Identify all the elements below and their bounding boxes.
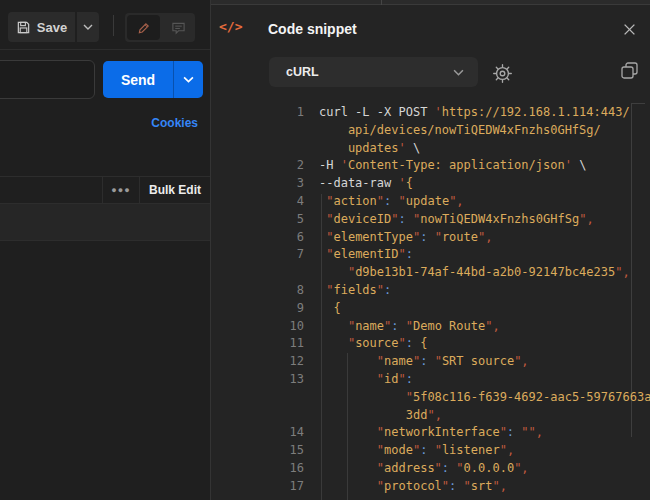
code-line: 3dd",	[211, 407, 650, 425]
line-number: 8	[211, 282, 304, 300]
line-number: 10	[211, 318, 304, 336]
code-editor[interactable]: 1curl -L -X POST 'https://192.168.1.114:…	[211, 104, 650, 500]
panel-top-strip	[211, 0, 650, 5]
code-line: 3--data-raw '{	[211, 175, 650, 193]
gear-icon	[492, 63, 513, 84]
code-line: 6 "elementType": "route",	[211, 229, 650, 247]
chevron-down-icon	[83, 24, 93, 30]
code-line: 16 "address": "0.0.0.0",	[211, 460, 650, 478]
key-value-row[interactable]	[0, 204, 210, 241]
line-number: 1	[211, 104, 304, 122]
save-icon	[16, 20, 31, 35]
cookies-link[interactable]: Cookies	[151, 116, 198, 130]
language-select[interactable]: cURL	[269, 57, 478, 87]
params-header-row: ●●● Bulk Edit	[0, 176, 210, 204]
code-icon: </>	[219, 19, 242, 34]
send-button-label[interactable]: Send	[103, 61, 173, 98]
code-line: updates' \	[211, 140, 650, 158]
top-strip-divider	[381, 0, 382, 5]
code-line: 1curl -L -X POST 'https://192.168.1.114:…	[211, 104, 650, 122]
line-number: 13	[211, 371, 304, 389]
copy-icon	[620, 61, 639, 80]
code-line: 7 "elementID":	[211, 246, 650, 264]
code-line: 8 "fields":	[211, 282, 650, 300]
comment-icon	[171, 21, 186, 35]
code-line: 5 "deviceID": "nowTiQEDW4xFnzhs0GHfSg",	[211, 211, 650, 229]
code-line: 9 {	[211, 300, 650, 318]
params-header-spacer	[0, 177, 102, 203]
code-line: 17 "protocol": "srt",	[211, 478, 650, 496]
code-line: 12 "name": "SRT source",	[211, 353, 650, 371]
line-number	[211, 264, 304, 282]
more-options-icon[interactable]: ●●●	[102, 177, 140, 203]
chevron-down-icon	[183, 76, 194, 83]
line-number	[211, 407, 304, 425]
line-number	[211, 140, 304, 158]
save-button-label: Save	[37, 20, 67, 35]
line-number: 15	[211, 442, 304, 460]
panel-title: Code snippet	[268, 21, 357, 37]
code-line: 4 "action": "update",	[211, 193, 650, 211]
line-number	[211, 122, 304, 140]
code-line: api/devices/nowTiQEDW4xFnzhs0GHfSg/	[211, 122, 650, 140]
send-button[interactable]: Send	[103, 61, 203, 98]
close-button[interactable]	[617, 17, 641, 41]
close-icon	[623, 23, 636, 36]
line-number: 12	[211, 353, 304, 371]
code-line: 14 "networkInterface": "",	[211, 424, 650, 442]
edit-request-button[interactable]	[127, 15, 160, 40]
code-line: 15 "mode": "listener",	[211, 442, 650, 460]
comments-button[interactable]	[162, 13, 195, 42]
save-button[interactable]: Save	[8, 12, 75, 42]
line-number: 6	[211, 229, 304, 247]
code-line: "d9be13b1-74af-44bd-a2b0-92147bc4e235",	[211, 264, 650, 282]
code-line: 11 "source": {	[211, 335, 650, 353]
code-snippet-panel: </> Code snippet cURL	[210, 0, 650, 500]
language-select-value: cURL	[286, 65, 319, 79]
line-number: 9	[211, 300, 304, 318]
chevron-down-icon	[453, 69, 464, 76]
copy-snippet-button[interactable]	[617, 58, 641, 82]
line-number: 7	[211, 246, 304, 264]
line-number: 14	[211, 424, 304, 442]
toolbar-icon-group	[125, 13, 195, 42]
code-line: 10 "name": "Demo Route",	[211, 318, 650, 336]
send-options-button[interactable]	[173, 61, 203, 98]
toolbar-divider	[113, 15, 114, 36]
line-number: 2	[211, 157, 304, 175]
line-number: 17	[211, 478, 304, 496]
snippet-settings-button[interactable]	[490, 61, 514, 85]
line-number: 3	[211, 175, 304, 193]
line-number: 4	[211, 193, 304, 211]
url-input[interactable]	[0, 60, 95, 99]
code-line: 2-H 'Content-Type: application/json' \	[211, 157, 650, 175]
app-window: Save	[0, 0, 650, 500]
line-number: 16	[211, 460, 304, 478]
pencil-icon	[137, 21, 151, 35]
save-options-button[interactable]	[77, 12, 99, 42]
code-line: "5f08c116-f639-4692-aac5-59767663a	[211, 389, 650, 407]
bulk-edit-button[interactable]: Bulk Edit	[140, 177, 210, 203]
request-panel: Save	[0, 0, 210, 500]
line-number: 5	[211, 211, 304, 229]
request-toolbar: Save	[0, 0, 210, 50]
line-number: 11	[211, 335, 304, 353]
code-line: 13 "id":	[211, 371, 650, 389]
line-number	[211, 389, 304, 407]
